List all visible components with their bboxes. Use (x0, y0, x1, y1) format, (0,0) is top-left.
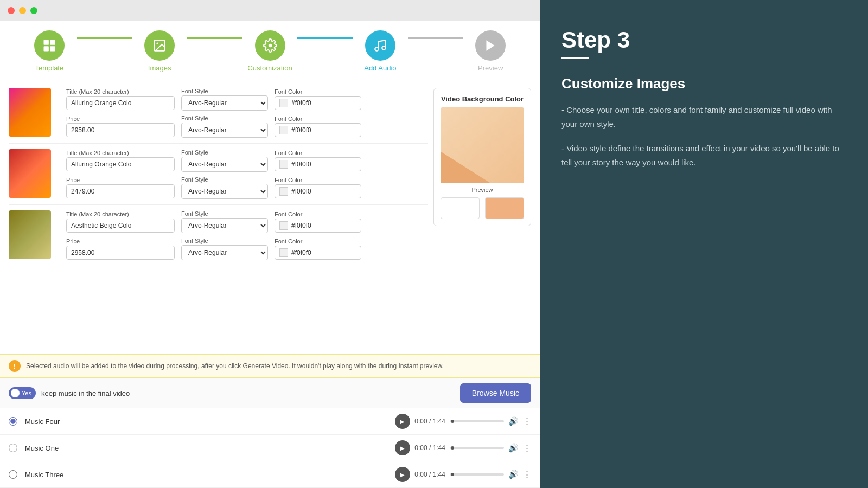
title-color-value-3: #f0f0f0 (291, 222, 311, 229)
price-label-3: Price (66, 238, 175, 245)
title-color-swatch-1 (279, 99, 288, 107)
price-group-1: Price (66, 115, 175, 137)
left-panel: Template Images Customization Add Audio (0, 0, 540, 488)
title-input-1[interactable] (66, 96, 175, 110)
step-add-audio[interactable]: Add Audio (353, 30, 408, 72)
price-font-style-select-2[interactable]: Arvo-Regular (181, 184, 268, 199)
price-color-field-1[interactable]: #f0f0f0 (275, 123, 361, 137)
browse-music-button[interactable]: Browse Music (460, 383, 531, 403)
progress-bar-four[interactable] (450, 420, 504, 422)
price-color-field-3[interactable]: #f0f0f0 (275, 246, 361, 260)
title-color-field-1[interactable]: #f0f0f0 (275, 96, 361, 110)
price-row-2: Price Font Style Arvo-Regular Font Colo (66, 176, 428, 199)
title-font-style-select-3[interactable]: Arvo-Regular (181, 218, 268, 233)
more-icon-four[interactable]: ⋮ (523, 416, 531, 426)
music-name-four: Music Four (25, 418, 387, 426)
title-input-2[interactable] (66, 157, 175, 171)
volume-icon-four[interactable]: 🔊 (508, 416, 519, 426)
price-input-1[interactable] (66, 123, 175, 137)
price-color-field-2[interactable]: #f0f0f0 (275, 184, 361, 198)
progress-bar-one[interactable] (450, 447, 504, 449)
svg-marker-9 (487, 40, 495, 51)
progress-bar-three[interactable] (450, 473, 504, 476)
title-color-field-2[interactable]: #f0f0f0 (275, 157, 361, 171)
volume-icon-three[interactable]: 🔊 (508, 470, 519, 479)
time-four: 0:00 / 1:44 (414, 418, 445, 425)
title-color-swatch-2 (279, 160, 288, 169)
step-preview[interactable]: Preview (463, 30, 518, 72)
color-preview-box[interactable] (441, 107, 524, 183)
price-font-style-group-3: Font Style Arvo-Regular (181, 237, 268, 260)
minimize-dot[interactable] (19, 7, 26, 14)
play-button-four[interactable]: ▶ (395, 414, 410, 429)
price-font-style-group-2: Font Style Arvo-Regular (181, 176, 268, 199)
title-font-color-group-1: Font Color #f0f0f0 (275, 88, 361, 110)
step-customization[interactable]: Customization (242, 30, 298, 72)
progress-fill-four (451, 420, 454, 423)
product-item-2: Title (Max 20 character) Font Style Arvo… (9, 144, 428, 205)
music-radio-one[interactable] (9, 444, 17, 452)
step-images[interactable]: Images (132, 30, 187, 72)
more-icon-one[interactable]: ⋮ (523, 443, 531, 453)
price-row-3: Price Font Style Arvo-Regular Font Colo (66, 237, 428, 260)
title-label-3: Title (Max 20 character) (66, 211, 175, 217)
right-desc-1: - Choose your own title, colors and font… (561, 103, 846, 131)
title-input-3[interactable] (66, 219, 175, 233)
title-font-style-group-1: Font Style Arvo-Regular Arial Roboto (181, 88, 268, 111)
price-group-3: Price (66, 238, 175, 260)
close-dot[interactable] (8, 7, 15, 14)
color-preview-label: Preview (441, 187, 524, 193)
svg-rect-0 (43, 40, 48, 45)
svg-point-6 (268, 44, 272, 48)
svg-point-8 (382, 46, 386, 50)
step-preview-circle (475, 30, 506, 61)
price-color-swatch-1 (279, 126, 288, 134)
music-radio-four[interactable] (9, 417, 17, 426)
price-font-color-group-3: Font Color #f0f0f0 (275, 238, 361, 260)
bg-color-panel-inner: Video Background Color Preview (433, 88, 531, 226)
music-name-three: Music Three (25, 471, 387, 479)
right-panel: Step 3 Customize Images - Choose your ow… (540, 0, 868, 488)
title-group-3: Title (Max 20 character) (66, 211, 175, 233)
maximize-dot[interactable] (30, 7, 37, 14)
title-font-style-select-2[interactable]: Arvo-Regular (181, 157, 268, 172)
bg-panel-title: Video Background Color (441, 95, 524, 103)
music-item-three: Music Three ▶ 0:00 / 1:44 🔊 ⋮ (0, 461, 540, 488)
price-input-3[interactable] (66, 246, 175, 260)
swatch-white[interactable] (441, 197, 480, 219)
swatch-orange[interactable] (485, 197, 524, 219)
step-add-audio-label: Add Audio (364, 64, 396, 72)
svg-rect-1 (50, 40, 55, 45)
step-line-3 (297, 37, 353, 39)
more-icon-three[interactable]: ⋮ (523, 470, 531, 479)
step-template[interactable]: Template (22, 30, 77, 72)
product-forms: Title (Max 20 character) Font Style Arvo… (9, 82, 428, 266)
price-row-1: Price Font Style Arvo-Regular Arial (66, 115, 428, 138)
play-button-one[interactable]: ▶ (395, 440, 410, 455)
step-template-label: Template (35, 64, 63, 72)
product-fields-3: Title (Max 20 character) Font Style Arvo… (60, 210, 428, 260)
step-template-circle (34, 30, 65, 61)
product-item-3: Title (Max 20 character) Font Style Arvo… (9, 205, 428, 266)
product-image-1 (9, 88, 51, 137)
play-button-three[interactable]: ▶ (395, 467, 410, 482)
volume-icon-one[interactable]: 🔊 (508, 443, 519, 453)
price-input-2[interactable] (66, 184, 175, 198)
customize-title: Customize Images (561, 75, 846, 92)
price-font-style-select-1[interactable]: Arvo-Regular Arial (181, 123, 268, 138)
title-font-color-label-1: Font Color (275, 88, 361, 95)
price-font-style-select-3[interactable]: Arvo-Regular (181, 245, 268, 260)
svg-point-5 (157, 43, 158, 44)
music-player-three: ▶ 0:00 / 1:44 🔊 ⋮ (395, 467, 531, 482)
music-radio-three[interactable] (9, 470, 17, 479)
price-font-style-group-1: Font Style Arvo-Regular Arial (181, 115, 268, 138)
title-color-field-3[interactable]: #f0f0f0 (275, 219, 361, 233)
title-font-style-select-1[interactable]: Arvo-Regular Arial Roboto (181, 95, 268, 111)
price-font-style-label-1: Font Style (181, 115, 268, 121)
step-preview-label: Preview (478, 64, 503, 72)
music-toggle[interactable]: Yes (9, 387, 36, 399)
step-customization-circle (255, 30, 285, 61)
title-font-color-group-2: Font Color #f0f0f0 (275, 150, 361, 171)
title-color-value-1: #f0f0f0 (291, 99, 311, 107)
title-color-value-2: #f0f0f0 (291, 160, 311, 168)
